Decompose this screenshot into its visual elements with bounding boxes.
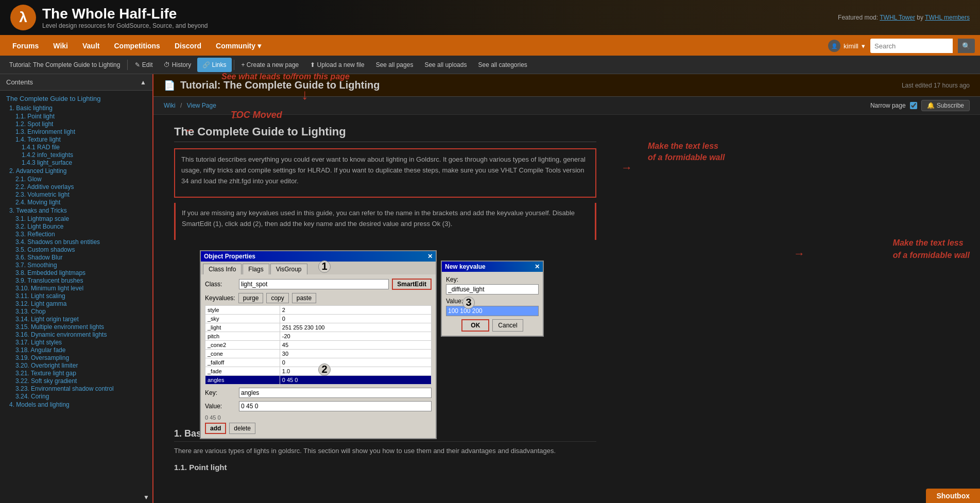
class-label: Class:: [205, 281, 236, 288]
toc-item-multiple[interactable]: 3.15. Multiple environment lights: [6, 323, 146, 331]
nav-wiki[interactable]: Wiki: [46, 36, 75, 56]
toc-item-texture[interactable]: 1.4. Texture light: [6, 136, 146, 143]
toc-content: The Complete Guide to Lighting 1. Basic …: [0, 91, 152, 413]
user-area[interactable]: 👤 kimill ▾: [828, 40, 865, 52]
toc-item-shadows-brush[interactable]: 3.4. Shadows on brush entities: [6, 238, 146, 246]
toolbar-create[interactable]: + Create a new page: [236, 58, 304, 72]
toolbar-see-uploads[interactable]: See all uploads: [419, 58, 472, 72]
sidebar-scroll-down[interactable]: ▼: [143, 494, 149, 501]
featured-mod-authors[interactable]: TWHL members: [925, 14, 970, 21]
table-row[interactable]: _cone245: [205, 340, 432, 349]
narrow-page-checkbox[interactable]: [910, 102, 917, 109]
toc-title[interactable]: The Complete Guide to Lighting: [6, 95, 146, 102]
sidebar-scroll-up[interactable]: ▲: [140, 79, 146, 86]
toc-item-moving[interactable]: 2.4. Moving light: [6, 199, 146, 206]
toc-item-smoothing[interactable]: 3.7. Smoothing: [6, 262, 146, 269]
add-button[interactable]: add: [205, 423, 226, 434]
toc-item-dynamic[interactable]: 3.16. Dynamic environment lights: [6, 331, 146, 338]
toc-item-tweaks[interactable]: 3. Tweaks and Tricks: [6, 207, 146, 214]
toolbar-page-link[interactable]: Tutorial: The Complete Guide to Lighting: [4, 58, 125, 72]
toc-item-env-shadow[interactable]: 3.23. Environmental shadow control: [6, 385, 146, 392]
kv-purge[interactable]: purge: [238, 293, 264, 303]
nkv-cancel-button[interactable]: Cancel: [492, 319, 523, 332]
toc-item-shadow-blur[interactable]: 3.6. Shadow Blur: [6, 254, 146, 261]
nkv-key-input[interactable]: [446, 284, 539, 294]
table-row[interactable]: _cone30: [205, 349, 432, 358]
toc-item-additive[interactable]: 2.2. Additive overlays: [6, 183, 146, 190]
toc-item-bounce[interactable]: 3.2. Light Bounce: [6, 223, 146, 230]
toc-item-angular[interactable]: 3.18. Angular fade: [6, 346, 146, 354]
dialog-tab-flags[interactable]: Flags: [243, 264, 269, 274]
toolbar-upload[interactable]: ⬆ Upload a new file: [305, 58, 369, 72]
toc-item-advanced[interactable]: 2. Advanced Lighting: [6, 167, 146, 175]
nav-forums[interactable]: Forums: [5, 36, 46, 56]
toolbar-links[interactable]: 🔗 Links: [197, 58, 231, 72]
toc-item-glow[interactable]: 2.1. Glow: [6, 176, 146, 183]
toc-item-custom-shadows[interactable]: 3.5. Custom shadows: [6, 246, 146, 253]
toc-item-light-surface[interactable]: 1.4.3 light_surface: [6, 159, 146, 166]
dialog-close-icon[interactable]: ✕: [427, 253, 433, 260]
toc-item-overbright[interactable]: 3.20. Overbright limiter: [6, 362, 146, 369]
table-row[interactable]: style2: [205, 305, 432, 314]
shoutbox-button[interactable]: Shoutbox: [926, 489, 980, 503]
value-row: Value:: [205, 401, 432, 411]
delete-button[interactable]: delete: [229, 423, 255, 434]
kv-copy[interactable]: copy: [266, 293, 288, 303]
nkv-ok-button[interactable]: OK: [461, 319, 489, 332]
toc-item-gamma[interactable]: 3.12. Light gamma: [6, 300, 146, 307]
toc-item-oversampling[interactable]: 3.19. Oversampling: [6, 354, 146, 361]
breadcrumb-wiki[interactable]: Wiki: [164, 102, 176, 109]
class-input[interactable]: [239, 279, 389, 289]
toc-item-scaling[interactable]: 3.11. Light scaling: [6, 292, 146, 300]
toc-item-models[interactable]: 4. Models and lighting: [6, 401, 146, 408]
toc-item-basic[interactable]: 1. Basic lighting: [6, 105, 146, 112]
toc-item-volumetric[interactable]: 2.3. Volumetric light: [6, 191, 146, 198]
table-row[interactable]: _falloff0: [205, 358, 432, 367]
toolbar-sep-2: [234, 60, 234, 70]
toc-item-rad[interactable]: 1.4.1 RAD file: [6, 144, 146, 151]
nkv-value-input[interactable]: [446, 306, 539, 316]
toc-item-styles[interactable]: 3.17. Light styles: [6, 339, 146, 346]
dialog-tab-visgroup[interactable]: VisGroup: [270, 264, 307, 274]
kv-paste[interactable]: paste: [292, 293, 316, 303]
search-button[interactable]: 🔍: [958, 39, 975, 53]
toc-item-sky-gradient[interactable]: 3.22. Soft sky gradient: [6, 377, 146, 385]
featured-mod-name[interactable]: TWHL Tower: [880, 14, 915, 21]
nkv-body: Key: Value: OK Cancel: [442, 272, 543, 336]
table-row[interactable]: _light251 255 230 100: [205, 323, 432, 332]
toc-item-info-texlights[interactable]: 1.4.2 info_texlights: [6, 151, 146, 159]
search-input[interactable]: [870, 39, 953, 53]
nav-community[interactable]: Community ▾: [209, 36, 268, 56]
toolbar-see-pages[interactable]: See all pages: [371, 58, 419, 72]
subscribe-button[interactable]: 🔔 Subscribe: [921, 100, 970, 111]
toc-item-min-light[interactable]: 3.10. Minimum light level: [6, 285, 146, 292]
dialog-tab-classinfo[interactable]: Class Info: [203, 264, 242, 274]
key-input[interactable]: [239, 388, 432, 398]
smartedit-button[interactable]: SmartEdit: [392, 279, 432, 290]
nav-competitions[interactable]: Competitions: [107, 36, 167, 56]
toc-item-origin[interactable]: 3.14. Light origin target: [6, 316, 146, 323]
toolbar-see-categories[interactable]: See all categories: [473, 58, 532, 72]
table-row[interactable]: pitch-20: [205, 332, 432, 340]
nkv-close-icon[interactable]: ✕: [535, 263, 540, 270]
narrow-page-area: Narrow page 🔔 Subscribe: [870, 100, 970, 111]
toc-item-point[interactable]: 1.1. Point light: [6, 113, 146, 120]
nav-discord[interactable]: Discord: [167, 36, 209, 56]
toc-item-lightmap[interactable]: 3.1. Lightmap scale: [6, 215, 146, 222]
toc-item-texture-gap[interactable]: 3.21. Texture light gap: [6, 370, 146, 377]
table-row[interactable]: _sky0: [205, 314, 432, 323]
toolbar-edit[interactable]: ✎ Edit: [130, 58, 158, 72]
toc-item-embedded[interactable]: 3.8. Embedded lightmaps: [6, 269, 146, 276]
toc-item-reflection[interactable]: 3.3. Reflection: [6, 231, 146, 238]
nav-vault[interactable]: Vault: [75, 36, 107, 56]
toolbar-history[interactable]: ⏱ History: [159, 58, 196, 72]
toc-item-spot[interactable]: 1.2. Spot light: [6, 120, 146, 128]
table-row-selected[interactable]: angles0 45 0: [205, 375, 432, 384]
toc-item-chop[interactable]: 3.13. Chop: [6, 308, 146, 315]
toc-item-env[interactable]: 1.3. Environment light: [6, 128, 146, 135]
value-input[interactable]: [239, 401, 432, 411]
toc-item-translucent[interactable]: 3.9. Translucent brushes: [6, 277, 146, 284]
breadcrumb-view[interactable]: View Page: [187, 102, 216, 109]
dialog-title: Object Properties: [204, 253, 255, 260]
toc-item-coring[interactable]: 3.24. Coring: [6, 393, 146, 400]
